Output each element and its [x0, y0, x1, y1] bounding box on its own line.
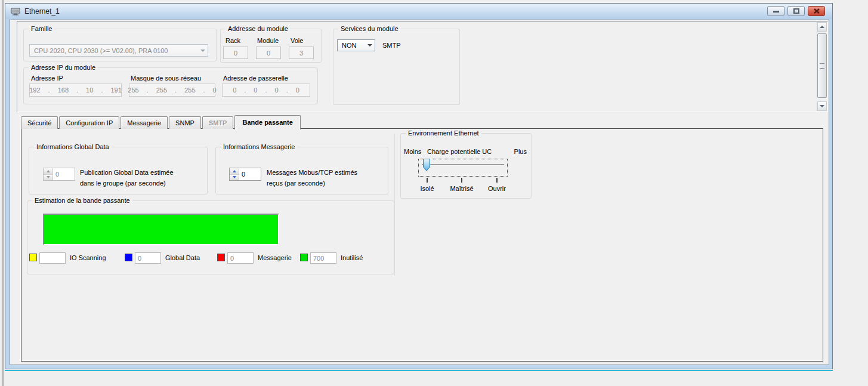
messaging-spinner[interactable]: 0	[229, 168, 261, 181]
subnet-mask-label: Masque de sous-réseau	[131, 75, 201, 82]
family-dropdown[interactable]: CPU 2020, CPU 2030 (>= V02.00), PRA 0100	[29, 44, 208, 57]
arrow-up-icon	[233, 170, 236, 172]
inutilise-value-field[interactable]: 700	[310, 252, 336, 264]
messagerie-label: Messagerie	[258, 254, 292, 261]
legend-global-data: 0 Global Data	[125, 252, 217, 264]
slider-title-label: Charge potentielle UC	[427, 148, 492, 155]
spin-up-button[interactable]	[230, 168, 239, 175]
spinner-arrows[interactable]	[44, 168, 53, 180]
description-line: Messages Mobus/TCP estimés	[267, 167, 357, 178]
messaging-spinner-value[interactable]: 0	[239, 168, 261, 180]
bandwidth-bar-unused	[44, 215, 278, 244]
global-data-spinner-value[interactable]: 0	[53, 168, 75, 180]
panel-divider	[394, 134, 395, 276]
messagerie-value-field[interactable]: 0	[227, 252, 254, 264]
spin-up-button[interactable]	[44, 168, 52, 175]
octet: 168	[58, 87, 69, 94]
spin-down-button[interactable]	[44, 175, 52, 181]
slider-less-label: Moins	[404, 148, 421, 155]
module-config-pane: Famille CPU 2020, CPU 2030 (>= V02.00), …	[17, 21, 828, 112]
bandwidth-estimation-group-label: Estimation de la bande passante	[32, 197, 132, 204]
tab-messagerie[interactable]: Messagerie	[121, 116, 168, 129]
cpu-load-slider-track[interactable]	[422, 164, 504, 165]
octet: 0	[213, 87, 217, 94]
voie-field[interactable]: 3	[289, 47, 314, 59]
minimize-icon	[773, 10, 779, 13]
ip-address-label: Adresse IP	[31, 75, 63, 82]
dot: .	[286, 87, 288, 94]
rack-field[interactable]: 0	[223, 47, 248, 59]
ip-address-field[interactable]: 192.168.10.191	[29, 84, 122, 97]
legend-messagerie: 0 Messagerie	[217, 252, 301, 264]
description-line: dans le groupe (par seconde)	[80, 178, 174, 189]
arrow-down-icon	[233, 176, 236, 178]
subnet-mask-field[interactable]: 255.255.255.0	[129, 84, 215, 97]
dropdown-arrow-icon	[365, 40, 375, 51]
tab-smtp: SMTP	[202, 116, 234, 129]
slider-tick	[427, 178, 428, 183]
inutilise-label: Inutilisé	[341, 254, 363, 261]
slider-tick	[461, 178, 462, 183]
io-scanning-swatch	[29, 254, 37, 261]
tab-snmp[interactable]: SNMP	[169, 116, 201, 129]
tab-strip: Sécurité Configuration IP Messagerie SNM…	[21, 115, 302, 129]
dropdown-arrow-icon	[197, 45, 208, 56]
dot: .	[244, 87, 246, 94]
dot: .	[101, 87, 103, 94]
arrow-up-icon	[47, 170, 50, 172]
close-button[interactable]	[808, 6, 825, 16]
octet: 0	[233, 87, 236, 94]
messaging-groupbox: Informations Messagerie 0 Messages Mobus…	[215, 147, 388, 194]
spinner-arrows[interactable]	[230, 168, 239, 180]
minimize-button[interactable]	[767, 6, 784, 16]
octet: 255	[184, 87, 195, 94]
octet: 10	[86, 87, 93, 94]
global-data-spinner[interactable]: 0	[43, 168, 75, 181]
slider-tick	[496, 178, 498, 183]
module-address-group-label: Addresse du module	[226, 25, 291, 32]
module-field[interactable]: 0	[256, 47, 281, 59]
scroll-up-button[interactable]	[817, 22, 827, 32]
restore-icon	[793, 8, 799, 14]
global-data-value-field[interactable]: 0	[135, 252, 161, 264]
scrollbar-thumb[interactable]	[817, 33, 827, 98]
legend-inutilise: 700 Inutilisé	[300, 252, 390, 264]
tab-bande-passante[interactable]: Bande passante	[234, 115, 300, 129]
tick-label-ouvrir: Ouvrir	[488, 185, 506, 192]
scroll-down-button[interactable]	[817, 101, 827, 111]
close-icon	[814, 8, 820, 14]
window-title: Ethernet_1	[24, 7, 60, 16]
dot: .	[265, 87, 267, 94]
legend-io-scanning: IO Scanning	[29, 252, 125, 264]
ethernet-config-window: Ethernet_1 Famille CPU 2020, CPU 2030 (>…	[5, 3, 833, 369]
gateway-field[interactable]: 0.0.0.0	[222, 84, 310, 97]
arrow-down-icon	[47, 176, 50, 178]
vertical-scrollbar[interactable]	[817, 22, 827, 111]
messagerie-swatch	[217, 254, 225, 261]
module-label: Module	[257, 37, 279, 44]
arrow-down-icon	[820, 105, 824, 107]
family-groupbox: Famille CPU 2020, CPU 2030 (>= V02.00), …	[23, 29, 217, 61]
octet: 0	[296, 87, 299, 94]
module-services-group-label: Services du module	[338, 25, 401, 32]
description-line: reçus (par seconde)	[267, 178, 357, 189]
tick-label-maitrise: Maîtrisé	[450, 185, 473, 192]
ip-address-groupbox: Adresse IP du module Adresse IP Masque d…	[23, 67, 318, 104]
title-bar[interactable]: Ethernet_1	[5, 4, 832, 19]
dot: .	[147, 87, 149, 94]
tab-configuration-ip[interactable]: Configuration IP	[59, 116, 119, 129]
io-scanning-value-field[interactable]	[39, 252, 66, 264]
io-scanning-label: IO Scanning	[70, 254, 106, 261]
tab-securite[interactable]: Sécurité	[21, 116, 58, 129]
global-data-description: Publication Global Data estimée dans le …	[80, 167, 174, 189]
spin-down-button[interactable]	[230, 175, 239, 181]
octet: 0	[275, 87, 279, 94]
smtp-service-dropdown[interactable]: NON	[337, 39, 375, 51]
octet: 255	[128, 87, 138, 94]
restore-button[interactable]	[787, 6, 805, 16]
dot: .	[76, 87, 78, 94]
slider-focus-rect	[418, 159, 508, 177]
gateway-label: Adresse de passerelle	[223, 75, 288, 82]
octet: 255	[156, 87, 167, 94]
global-data-label: Global Data	[165, 254, 200, 261]
